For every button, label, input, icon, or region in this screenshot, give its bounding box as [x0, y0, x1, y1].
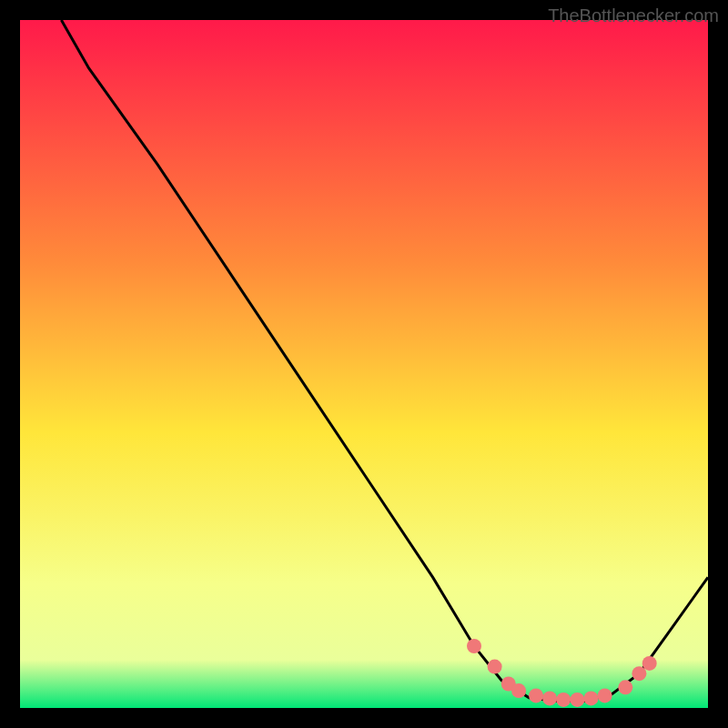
watermark-text: TheBottlenecker.com: [548, 5, 719, 26]
curve-dot: [632, 666, 646, 681]
curve-dot: [511, 683, 526, 698]
curve-dot: [556, 693, 571, 707]
curve-dot: [642, 656, 657, 671]
curve-dot: [467, 639, 481, 653]
curve-dot: [488, 660, 502, 674]
curve-dot: [584, 691, 599, 705]
gradient-background: [20, 20, 708, 708]
curve-dot: [598, 688, 612, 703]
chart-svg: [20, 20, 708, 708]
curve-dot: [529, 688, 543, 703]
curve-dot: [618, 680, 632, 694]
curve-dot: [542, 691, 557, 705]
chart-plot-area: [20, 20, 708, 708]
curve-dot: [570, 693, 584, 707]
